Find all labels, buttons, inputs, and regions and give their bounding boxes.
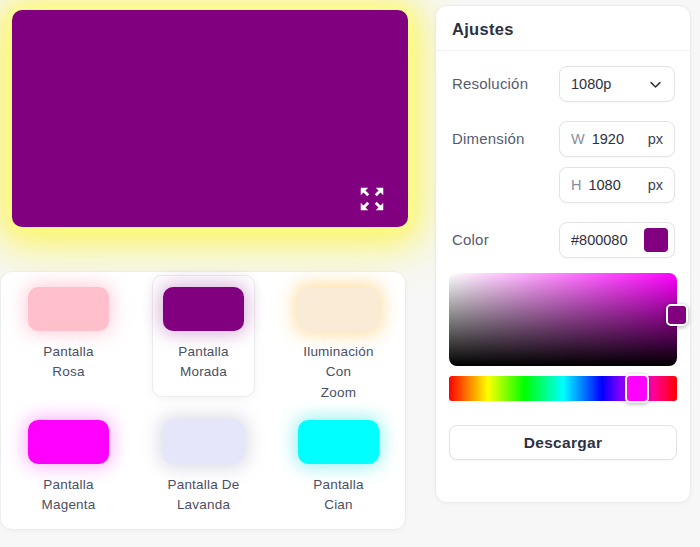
swatch-card[interactable]: Pantalla Magenta <box>17 408 120 530</box>
swatch-card[interactable]: Pantalla Rosa <box>17 275 120 397</box>
swatch-color-chip <box>298 420 379 464</box>
resolution-value: 1080p <box>571 76 611 92</box>
swatch-library-panel: Pantalla Rosa Pantalla Morada Iluminació… <box>0 271 406 530</box>
swatch-color-chip <box>163 420 244 464</box>
swatch-card[interactable]: Pantalla Cian <box>287 408 390 530</box>
color-row: Color <box>452 222 675 258</box>
height-input[interactable] <box>588 177 636 193</box>
color-label: Color <box>452 222 489 248</box>
swatch-label: Pantalla Magenta <box>42 475 96 516</box>
swatch-label: Pantalla Cian <box>313 475 363 516</box>
swatch-color-chip <box>163 287 244 331</box>
hue-handle[interactable] <box>625 374 649 403</box>
swatch-label: Pantalla Morada <box>178 342 228 383</box>
download-button[interactable]: Descargar <box>449 425 677 460</box>
height-unit: px <box>648 177 663 193</box>
hue-slider[interactable] <box>449 376 677 401</box>
swatch-color-chip <box>28 287 109 331</box>
width-field[interactable]: W px <box>559 121 675 157</box>
swatch-label: Iluminación Con Zoom <box>303 342 374 403</box>
swatch-grid: Pantalla Rosa Pantalla Morada Iluminació… <box>1 272 405 541</box>
dimension-inputs: W px H px <box>559 121 675 203</box>
width-prefix: W <box>571 131 585 147</box>
color-chip <box>644 228 668 252</box>
settings-header: Ajustes <box>436 6 690 51</box>
resolution-select[interactable]: 1080p <box>559 66 675 102</box>
swatch-card[interactable]: Pantalla De Lavanda <box>152 408 255 530</box>
swatch-card[interactable]: Iluminación Con Zoom <box>287 275 390 417</box>
fullscreen-button[interactable] <box>356 183 388 215</box>
color-field[interactable] <box>559 222 675 258</box>
color-preview-screen <box>12 10 408 227</box>
settings-panel: Ajustes Resolución 1080p Dimensión W px … <box>435 5 691 503</box>
chevron-down-icon <box>648 77 663 92</box>
dimension-row: Dimensión W px H px <box>452 121 675 203</box>
resolution-label: Resolución <box>452 66 528 92</box>
resolution-row: Resolución 1080p <box>452 66 675 102</box>
swatch-label: Pantalla De Lavanda <box>168 475 240 516</box>
swatch-color-chip <box>28 420 109 464</box>
settings-title: Ajustes <box>452 20 674 39</box>
color-hex-input[interactable] <box>571 232 643 248</box>
expand-arrows-icon <box>357 184 387 214</box>
width-unit: px <box>648 131 663 147</box>
height-prefix: H <box>571 177 581 193</box>
saturation-gradient[interactable] <box>449 273 677 366</box>
dimension-label: Dimensión <box>452 121 525 147</box>
width-input[interactable] <box>592 131 640 147</box>
swatch-label: Pantalla Rosa <box>43 342 93 383</box>
height-field[interactable]: H px <box>559 167 675 203</box>
swatch-card[interactable]: Pantalla Morada <box>152 275 255 397</box>
swatch-color-chip <box>298 287 379 331</box>
saturation-handle[interactable] <box>666 304 688 326</box>
